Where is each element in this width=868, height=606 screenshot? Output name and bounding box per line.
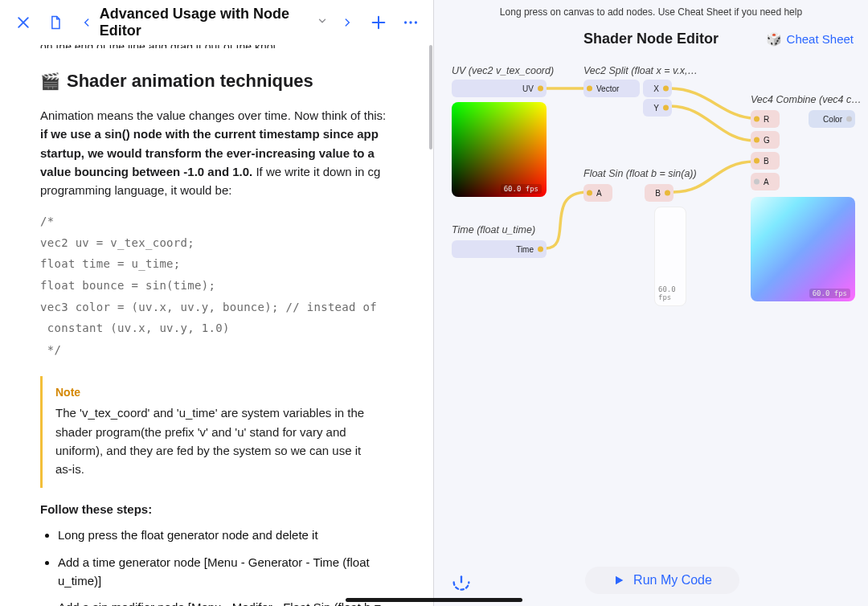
chevron-down-icon[interactable] [317,15,328,30]
editor-title: Shader Node Editor [583,31,719,47]
port-label: Color [823,115,842,124]
port-dot[interactable] [754,137,760,143]
preview-combine: 60.0 fps [751,197,855,301]
document-icon[interactable] [47,14,64,31]
port-label: Vector [596,84,619,93]
port-label: A [596,189,602,198]
list-item: Add a time generator node [Menu - Genera… [58,553,394,591]
port-uv-out[interactable]: UV [452,80,547,97]
port-dot[interactable] [754,158,760,164]
section-heading-text: Shader animation techniques [67,71,313,92]
port-split-in[interactable]: Vector [583,80,640,97]
port-split-x[interactable]: X [643,80,672,97]
preview-sin: 60.0 fps [654,207,686,306]
port-dot[interactable] [587,190,592,196]
timer-icon[interactable] [450,569,473,592]
port-dot[interactable] [846,117,852,122]
port-dot[interactable] [663,86,669,92]
code-block: /* vec2 uv = v_tex_coord; float time = u… [40,211,394,360]
port-dot[interactable] [665,190,670,196]
more-icon[interactable] [402,14,420,31]
port-label: B [764,157,769,166]
run-button[interactable]: Run My Code [585,567,739,594]
port-combine-g[interactable]: G [751,131,780,149]
list-item: Long press the float generator node and … [58,526,394,544]
fps-label: 60.0 fps [809,289,850,298]
chevron-right-icon[interactable] [339,14,355,31]
cheat-sheet-link[interactable]: 🎲 Cheat Sheet [766,31,854,47]
port-label: Y [653,104,659,113]
port-dot[interactable] [587,86,592,92]
port-dot[interactable] [754,179,760,185]
port-label: Time [516,245,534,254]
port-combine-a[interactable]: A [751,173,780,190]
canvas-hint: Long press on canvas to add nodes. Use C… [434,0,868,23]
preview-uv: 60.0 fps [452,102,547,197]
node-canvas[interactable]: UV (vec2 v_tex_coord) UV 60.0 fps Vec2 S… [442,59,860,555]
port-dot[interactable] [538,86,543,92]
port-time-out[interactable]: Time [452,240,547,258]
clapper-icon: 🎬 [40,72,60,91]
note-callout: Note The 'v_tex_coord' and 'u_time' are … [40,376,394,488]
dice-icon: 🎲 [766,31,782,47]
doc-body[interactable]: on the end of the line and drag it out o… [0,45,434,606]
node-title-time: Time (float u_time) [452,224,535,235]
truncated-line: on the end of the line and drag it out o… [40,45,394,48]
play-icon [612,574,625,587]
node-title-combine: Vec4 Combine (vec4 c… [751,94,862,105]
port-label: R [764,115,769,124]
port-sin-in[interactable]: A [583,184,612,202]
note-body: The 'v_tex_coord' and 'u_time' are syste… [55,403,381,478]
close-icon[interactable] [14,14,32,31]
node-title-sin: Float Sin (float b = sin(a)) [583,168,697,179]
note-title: Note [55,386,381,399]
svg-point-1 [409,21,411,23]
section-heading: 🎬 Shader animation techniques [40,71,394,92]
port-combine-out[interactable]: Color [809,110,855,128]
port-label: X [653,84,659,93]
fps-label: 60.0 fps [655,285,681,302]
steps-title: Follow these steps: [40,502,394,516]
node-title-uv: UV (vec2 v_tex_coord) [452,65,554,76]
port-label: UV [522,84,534,93]
fps-label: 60.0 fps [501,184,542,194]
list-item: Add a sin modifier node [Menu - Modifer … [58,598,394,606]
scrollbar-thumb[interactable] [429,45,432,149]
port-dot[interactable] [754,117,760,122]
svg-point-2 [415,21,417,23]
svg-point-0 [404,21,407,23]
port-combine-r[interactable]: R [751,110,780,128]
doc-title[interactable]: Advanced Usage with Node Editor [100,6,312,39]
port-dot[interactable] [538,247,543,252]
port-combine-b[interactable]: B [751,152,780,170]
split-divider[interactable] [433,0,434,606]
editor-header: Shader Node Editor 🎲 Cheat Sheet [434,23,868,59]
run-label: Run My Code [633,573,712,588]
para1-pre: Animation means the value changes over t… [40,109,386,122]
port-dot[interactable] [663,105,669,111]
port-sin-out[interactable]: B [645,184,674,202]
port-split-y[interactable]: Y [643,99,672,117]
plus-icon[interactable] [370,14,387,31]
paragraph-1: Animation means the value changes over t… [40,106,394,199]
port-label: B [655,189,661,198]
port-label: G [764,136,770,145]
steps-list: Long press the float generator node and … [40,526,394,606]
doc-toolbar: Advanced Usage with Node Editor [0,0,434,45]
cheat-sheet-label: Cheat Sheet [787,32,854,46]
home-indicator [346,598,522,602]
chevron-left-icon[interactable] [79,14,95,31]
node-title-split: Vec2 Split (float x = v.x,… [583,65,698,76]
port-label: A [764,178,769,186]
